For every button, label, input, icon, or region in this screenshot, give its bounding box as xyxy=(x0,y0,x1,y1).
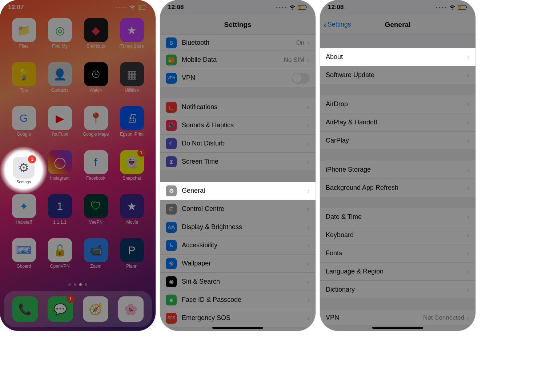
row-face-id-passcode[interactable]: ☻Face ID & Passcode› xyxy=(160,291,316,309)
dock-app-messages[interactable]: 💬1 xyxy=(48,296,73,322)
general-list[interactable]: About›Software Update›AirDrop›AirPlay & … xyxy=(320,35,475,326)
app-hubstaff[interactable]: ✦Hubstaff xyxy=(7,194,41,236)
row-emergency-sos[interactable]: SOSEmergency SOS› xyxy=(160,309,316,327)
app-icon[interactable]: G xyxy=(12,106,36,130)
toggle-switch[interactable] xyxy=(292,73,310,84)
app-itunes-store[interactable]: ★iTunes Store xyxy=(115,18,149,60)
app-icon[interactable]: 📹 xyxy=(84,238,108,262)
dock-app-safari[interactable]: 🧭 xyxy=(83,296,108,322)
row-software-update[interactable]: Software Update› xyxy=(320,66,475,84)
app-gboard[interactable]: ⌨Gboard xyxy=(7,238,41,280)
page-indicator[interactable] xyxy=(0,281,156,288)
row-label: Mobile Data xyxy=(182,56,284,64)
row-background-app-refresh[interactable]: Background App Refresh› xyxy=(320,179,475,197)
svg-rect-5 xyxy=(306,7,307,8)
row-date-time[interactable]: Date & Time› xyxy=(320,208,475,226)
app-utilities[interactable]: ▦Utilities xyxy=(115,62,149,104)
app-1.1.1.1[interactable]: 11.1.1.1 xyxy=(43,194,77,236)
row-about[interactable]: About› xyxy=(320,48,475,66)
app-plann[interactable]: PPlann xyxy=(115,238,149,280)
row-general[interactable]: ⚙︎General› xyxy=(160,182,316,200)
row-carplay[interactable]: CarPlay› xyxy=(320,132,475,150)
row-accessibility[interactable]: ♿︎Accessibility› xyxy=(160,236,316,255)
row-dictionary[interactable]: Dictionary› xyxy=(320,281,475,299)
app-icon[interactable]: 📁 xyxy=(12,18,36,42)
app-icon[interactable]: P xyxy=(120,238,144,262)
dock-app-photos[interactable]: 🌸 xyxy=(118,296,144,322)
back-button[interactable]: ‹ Settings xyxy=(324,20,351,29)
app-google[interactable]: GGoogle xyxy=(7,106,41,148)
app-icon[interactable]: ✦ xyxy=(12,194,36,218)
app-contacts[interactable]: 👤Contacts xyxy=(43,62,77,104)
panel-home-screen: 12:07 • • • • 📁Files◎Find My◆Shortcuts★i… xyxy=(0,0,156,331)
navbar: ‹ Settings General xyxy=(320,15,475,35)
status-bar: 12:08 • • • • xyxy=(160,0,316,15)
row-label: VPN xyxy=(326,314,423,321)
app-icon[interactable]: ◆ xyxy=(84,18,108,42)
row-label: Wallpaper xyxy=(182,260,307,267)
app-icon[interactable]: 1 xyxy=(48,194,72,218)
app-icon[interactable]: 🖨 xyxy=(120,106,144,130)
cellular-icon: • • • • xyxy=(436,5,447,9)
app-icon[interactable]: ▶ xyxy=(48,106,72,130)
row-language-region[interactable]: Language & Region› xyxy=(320,263,475,281)
row-airdrop[interactable]: AirDrop› xyxy=(320,95,475,113)
settings-app-icon[interactable]: ⚙︎ 1 xyxy=(13,157,35,179)
row-vpn[interactable]: VPNNot Connected› xyxy=(320,310,475,326)
row-keyboard[interactable]: Keyboard› xyxy=(320,226,475,244)
app-icon[interactable]: ⌚︎ xyxy=(84,62,108,86)
row-display-brightness[interactable]: AADisplay & Brightness› xyxy=(160,218,316,236)
app-icon[interactable]: ◎ xyxy=(48,18,72,42)
row-siri-search[interactable]: ◉Siri & Search› xyxy=(160,273,316,291)
row-sounds-haptics[interactable]: 🔊Sounds & Haptics› xyxy=(160,116,316,135)
app-icon[interactable]: f xyxy=(84,150,108,174)
app-watch[interactable]: ⌚︎Watch xyxy=(79,62,113,104)
app-icon[interactable]: 🛡 xyxy=(84,194,108,218)
dock-app-phone[interactable]: 📞 xyxy=(12,296,38,322)
app-zoom[interactable]: 📹Zoom xyxy=(79,238,113,280)
home-indicator[interactable] xyxy=(212,327,263,329)
app-epson-iprint[interactable]: 🖨Epson iPrint xyxy=(115,106,149,148)
app-icon[interactable]: 👤 xyxy=(48,62,72,86)
app-veepn[interactable]: 🛡VeePN xyxy=(79,194,113,236)
svg-rect-7 xyxy=(458,6,461,9)
app-icon[interactable]: 👻1 xyxy=(120,150,144,174)
row-vpn[interactable]: VPNVPN xyxy=(160,69,316,87)
row-control-centre[interactable]: ⊟Control Centre› xyxy=(160,200,316,218)
app-snapchat[interactable]: 👻1Snapchat xyxy=(115,150,149,192)
app-youtube[interactable]: ▶YouTube xyxy=(43,106,77,148)
app-icon[interactable]: ★ xyxy=(120,18,144,42)
app-shortcuts[interactable]: ◆Shortcuts xyxy=(79,18,113,60)
row-icon: ♿︎ xyxy=(166,240,177,251)
app-icon[interactable]: 🔓 xyxy=(48,238,72,262)
row-notifications[interactable]: ◻︎Notifications› xyxy=(160,98,316,116)
home-indicator[interactable] xyxy=(372,327,423,329)
app-icon[interactable]: ★ xyxy=(120,194,144,218)
chevron-right-icon: › xyxy=(307,205,310,213)
app-icon[interactable]: ▦ xyxy=(120,62,144,86)
highlight-settings[interactable]: ⚙︎ 1 Settings xyxy=(0,147,47,194)
row-mobile-data[interactable]: 📶Mobile DataNo SIM› xyxy=(160,51,316,69)
row-wallpaper[interactable]: ❀Wallpaper› xyxy=(160,255,316,273)
settings-list[interactable]: BBluetoothOn›📶Mobile DataNo SIM›VPNVPN◻︎… xyxy=(160,35,316,327)
app-find-my[interactable]: ◎Find My xyxy=(43,18,77,60)
row-label: Date & Time xyxy=(326,213,467,221)
row-do-not-disturb[interactable]: ☾Do Not Disturb› xyxy=(160,135,316,153)
row-screen-time[interactable]: ⧗Screen Time› xyxy=(160,153,316,171)
row-fonts[interactable]: Fonts› xyxy=(320,244,475,263)
app-instagram[interactable]: ◯Instagram xyxy=(43,150,77,192)
chevron-right-icon: › xyxy=(467,184,470,192)
app-imovie[interactable]: ★iMovie xyxy=(115,194,149,236)
app-tips[interactable]: 💡Tips xyxy=(7,62,41,104)
app-files[interactable]: 📁Files xyxy=(7,18,41,60)
app-facebook[interactable]: fFacebook xyxy=(79,150,113,192)
app-icon[interactable]: ◯ xyxy=(48,150,72,174)
app-icon[interactable]: 💡 xyxy=(12,62,36,86)
app-google-maps[interactable]: 📍Google Maps xyxy=(79,106,113,148)
row-bluetooth[interactable]: BBluetoothOn› xyxy=(160,35,316,51)
row-airplay-handoff[interactable]: AirPlay & Handoff› xyxy=(320,113,475,132)
app-openvpn[interactable]: 🔓OpenVPN xyxy=(43,238,77,280)
app-icon[interactable]: ⌨ xyxy=(12,238,36,262)
row-iphone-storage[interactable]: iPhone Storage› xyxy=(320,161,475,179)
app-icon[interactable]: 📍 xyxy=(84,106,108,130)
